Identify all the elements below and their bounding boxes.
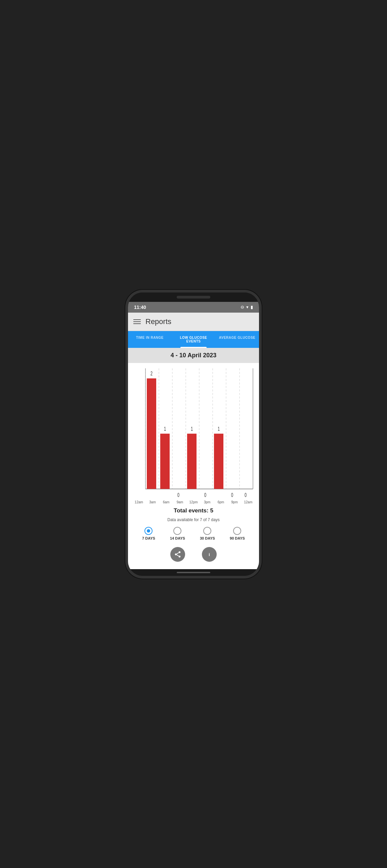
period-selector: 7 DAYS 14 DAYS 30 DAYS 90 DAYS	[132, 524, 255, 544]
x-label-3pm: 3pm	[200, 500, 214, 504]
bar-label-12am: 2	[150, 370, 152, 376]
x-label-6am: 6am	[159, 500, 173, 504]
period-label-30-days: 30 DAYS	[200, 536, 215, 540]
total-events: Total events: 5	[132, 504, 255, 516]
svg-point-14	[179, 555, 181, 557]
bar-label-3pm: 1	[218, 426, 220, 432]
radio-14-days[interactable]	[173, 527, 181, 535]
bar-3am	[160, 434, 170, 489]
x-label-9am: 9am	[173, 500, 187, 504]
radio-90-days[interactable]	[233, 527, 241, 535]
app-header: Reports	[128, 313, 259, 331]
bar-12am	[147, 378, 156, 489]
period-14-days[interactable]: 14 DAYS	[170, 527, 185, 540]
home-bar	[177, 572, 210, 573]
page-title: Reports	[145, 317, 171, 326]
hamburger-line-1	[133, 319, 141, 320]
period-label-14-days: 14 DAYS	[170, 536, 185, 540]
period-label-7-days: 7 DAYS	[142, 536, 155, 540]
period-7-days[interactable]: 7 DAYS	[142, 527, 155, 540]
radio-inner-7-days	[147, 529, 150, 532]
x-label-12am-end: 12am	[241, 500, 255, 504]
tab-average-glucose[interactable]: AVERAGE GLUCOSE	[215, 331, 259, 348]
x-label-12am-start: 12am	[132, 500, 146, 504]
data-available-text: Data available for 7 of 7 days	[132, 516, 255, 524]
x-label-12pm: 12pm	[187, 500, 201, 504]
bar-label-3am: 1	[164, 426, 166, 432]
svg-point-12	[179, 551, 181, 553]
battery-icon: ▮	[250, 305, 253, 310]
status-icons: ⊖ ▾ ▮	[241, 305, 253, 310]
status-bar: 11:40 ⊖ ▾ ▮	[128, 302, 259, 313]
do-not-disturb-icon: ⊖	[241, 305, 244, 310]
x-label-9pm: 9pm	[228, 500, 242, 504]
bar-3pm	[214, 434, 224, 489]
svg-point-13	[175, 553, 177, 555]
notch-bar	[128, 292, 259, 302]
info-button[interactable]: i	[202, 547, 217, 562]
radio-7-days[interactable]	[145, 527, 152, 535]
home-indicator	[128, 569, 259, 576]
period-90-days[interactable]: 90 DAYS	[230, 527, 245, 540]
status-time: 11:40	[134, 305, 146, 310]
svg-line-16	[177, 555, 179, 556]
share-button[interactable]	[170, 547, 185, 562]
tab-time-in-range[interactable]: TIME IN RANGE	[128, 331, 172, 348]
bar-label-6pm: 0	[231, 492, 233, 498]
hamburger-line-3	[133, 323, 141, 324]
chart-area: 2 1 0 1 0 1 0	[132, 368, 255, 499]
tab-bar: TIME IN RANGE LOW GLUCOSE EVENTS AVERAGE…	[128, 331, 259, 348]
bar-chart: 2 1 0 1 0 1 0	[132, 368, 255, 499]
radio-30-days[interactable]	[203, 527, 211, 535]
date-range-header: 4 - 10 April 2023	[128, 348, 259, 363]
info-icon: i	[206, 551, 213, 558]
menu-button[interactable]	[133, 319, 141, 324]
bar-9am	[187, 434, 197, 489]
bottom-actions: i	[132, 544, 255, 566]
hamburger-line-2	[133, 321, 141, 322]
wifi-icon: ▾	[246, 305, 248, 310]
app-content: Reports TIME IN RANGE LOW GLUCOSE EVENTS…	[128, 313, 259, 569]
bar-label-6am: 0	[177, 492, 179, 498]
tab-low-glucose-events[interactable]: LOW GLUCOSE EVENTS	[172, 331, 215, 348]
x-axis-labels: 12am 3am 6am 9am 12pm 3pm 6pm 9pm 12am	[132, 499, 255, 504]
period-label-90-days: 90 DAYS	[230, 536, 245, 540]
chart-container: 2 1 0 1 0 1 0	[128, 363, 259, 569]
notch	[177, 296, 210, 299]
share-icon	[174, 551, 181, 558]
svg-text:i: i	[209, 552, 210, 557]
bar-label-12pm: 0	[204, 492, 206, 498]
x-label-6pm: 6pm	[214, 500, 228, 504]
bar-label-9pm: 0	[244, 492, 246, 498]
bar-label-9am: 1	[191, 426, 193, 432]
phone-frame: 11:40 ⊖ ▾ ▮ Reports TIME IN RANGE LOW GL…	[128, 292, 259, 576]
period-30-days[interactable]: 30 DAYS	[200, 527, 215, 540]
x-label-3am: 3am	[146, 500, 159, 504]
svg-line-15	[177, 552, 179, 554]
